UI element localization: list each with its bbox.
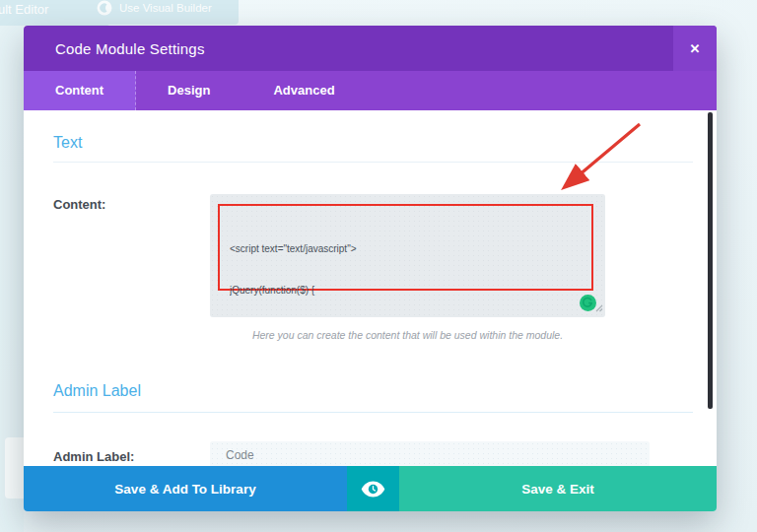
text-section-heading: Text	[53, 134, 82, 152]
preview-button[interactable]	[347, 466, 399, 511]
modal-body: Text Content: <script text="text/javascr…	[24, 110, 717, 466]
admin-section-heading: Admin Label	[53, 382, 141, 400]
save-add-to-library-button[interactable]: Save & Add To Library	[24, 466, 347, 511]
content-field-label: Content:	[53, 197, 105, 212]
default-editor-label: ult Editor	[0, 2, 48, 17]
textarea-resize-handle[interactable]	[595, 299, 603, 316]
tab-content[interactable]: Content	[24, 71, 136, 110]
admin-label-input[interactable]	[210, 441, 650, 466]
code-module-settings-modal: Code Module Settings ✕ Content Design Ad…	[24, 26, 717, 511]
code-line: jQuery(function($) {	[230, 284, 599, 298]
save-exit-button[interactable]: Save & Exit	[399, 466, 717, 511]
visual-builder-eye-icon	[97, 0, 112, 16]
grammarly-icon[interactable]	[580, 295, 596, 311]
section-divider	[53, 162, 693, 163]
eye-icon	[361, 481, 385, 498]
admin-field-label: Admin Label:	[53, 449, 134, 464]
close-icon[interactable]: ✕	[673, 26, 717, 71]
tab-advanced[interactable]: Advanced	[241, 71, 366, 110]
modal-title: Code Module Settings	[24, 40, 205, 57]
modal-header: Code Module Settings ✕	[24, 26, 717, 71]
code-line: <script text="text/javascript">	[230, 242, 599, 256]
section-divider	[53, 412, 693, 413]
settings-tabbar: Content Design Advanced	[24, 71, 717, 110]
use-visual-builder-button[interactable]: Use Visual Builder	[85, 0, 239, 25]
code-content: <script text="text/javascript"> jQuery(f…	[230, 215, 599, 317]
visual-builder-label: Use Visual Builder	[119, 2, 212, 14]
tab-design[interactable]: Design	[136, 71, 241, 110]
modal-footer: Save & Add To Library Save & Exit	[24, 466, 717, 511]
modal-scrollbar[interactable]	[708, 112, 713, 409]
content-helper-text: Here you can create the content that wil…	[210, 329, 605, 341]
content-code-textarea[interactable]: <script text="text/javascript"> jQuery(f…	[210, 194, 605, 317]
